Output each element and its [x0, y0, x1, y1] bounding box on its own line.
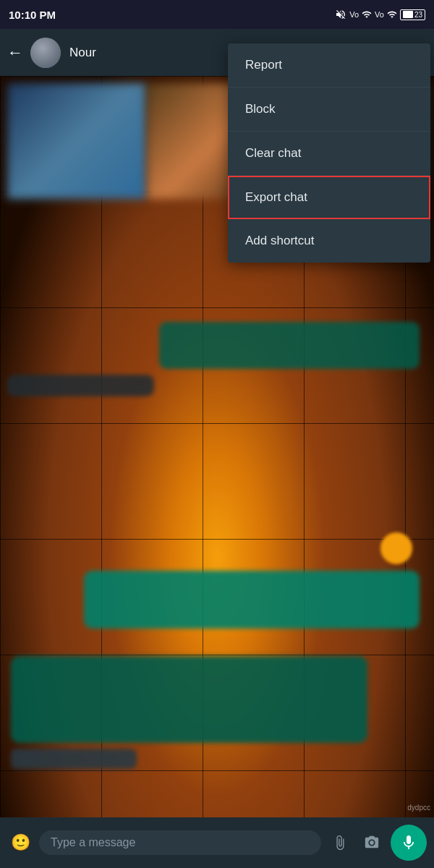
status-icons: Vo Vo 23 — [335, 9, 425, 20]
status-bar: 10:10 PM Vo Vo 23 — [0, 0, 434, 29]
battery-icon: 23 — [400, 9, 425, 20]
mic-button[interactable] — [391, 825, 427, 861]
network-2: Vo — [375, 10, 384, 19]
menu-item-clear-chat[interactable]: Clear chat — [228, 132, 430, 176]
contact-name[interactable]: Nour — [69, 46, 96, 60]
spacer-1 — [7, 402, 427, 532]
menu-item-report[interactable]: Report — [228, 43, 430, 88]
dropdown-menu: Report Block Clear chat Export chat Add … — [228, 43, 430, 263]
message-placeholder: Type a message — [51, 836, 135, 849]
back-button[interactable]: ← — [7, 43, 23, 62]
img-thumb-1 — [7, 83, 146, 199]
emoji-icon: 🙂 — [11, 833, 30, 852]
spacer-2 — [7, 634, 427, 656]
chat-bubbles — [7, 322, 427, 769]
bubble-sent-large — [84, 571, 420, 629]
message-input-wrap[interactable]: Type a message — [39, 830, 321, 855]
camera-button[interactable] — [359, 830, 385, 856]
menu-item-block[interactable]: Block — [228, 88, 430, 132]
bubble-sent-1 — [159, 322, 420, 369]
status-time: 10:10 PM — [9, 9, 56, 21]
avatar-row — [7, 532, 420, 567]
bubble-received-1 — [7, 375, 154, 396]
signal-1-icon — [362, 9, 372, 20]
avatar — [30, 38, 61, 68]
network-1: Vo — [349, 10, 359, 19]
emoji-button[interactable]: 🙂 — [7, 830, 33, 856]
bubble-small-received — [11, 749, 137, 769]
camera-icon — [364, 835, 380, 851]
attach-button[interactable] — [327, 830, 353, 856]
chat-content — [0, 192, 434, 817]
watermark: dydpcc — [407, 804, 430, 812]
menu-item-export-chat[interactable]: Export chat — [228, 176, 430, 219]
paperclip-icon — [332, 835, 348, 851]
battery-text: 23 — [414, 11, 422, 19]
bubble-received-large — [11, 656, 367, 743]
signal-2-icon — [387, 9, 397, 20]
avatar-image — [30, 38, 61, 68]
input-bar: 🙂 Type a message — [0, 817, 434, 868]
mic-icon — [400, 834, 417, 851]
mute-icon — [335, 9, 346, 20]
menu-item-add-shortcut[interactable]: Add shortcut — [228, 219, 430, 263]
bubble-avatar — [380, 532, 412, 564]
battery-level — [403, 11, 413, 18]
